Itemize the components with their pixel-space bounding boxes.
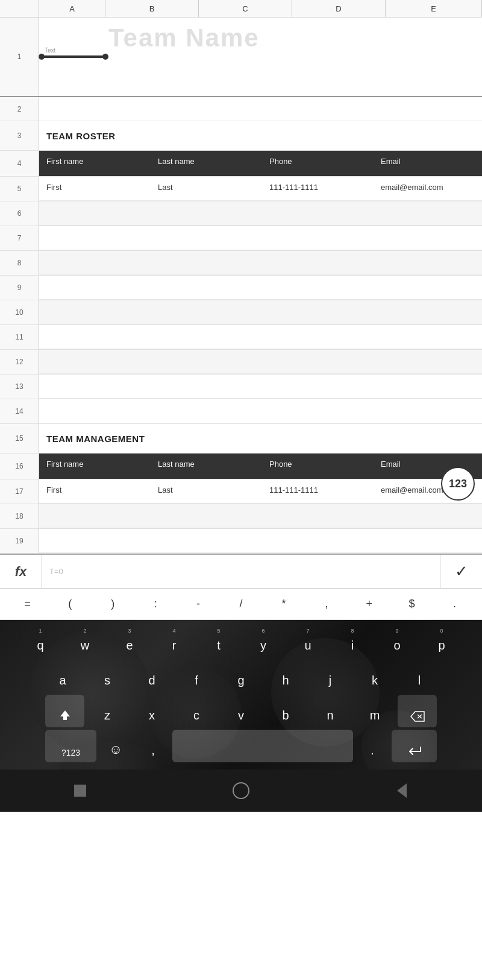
num123-key[interactable]: ?123 bbox=[45, 730, 96, 762]
nav-home-button[interactable] bbox=[230, 780, 251, 801]
formula-input[interactable]: T=0 bbox=[42, 555, 440, 588]
roster-row-2[interactable] bbox=[39, 201, 482, 226]
row-8[interactable]: 8 bbox=[0, 251, 482, 276]
row-12[interactable]: 12 bbox=[0, 350, 482, 375]
key-a[interactable]: a bbox=[41, 660, 84, 692]
confirm-button[interactable]: ✓ bbox=[440, 555, 482, 588]
enter-key[interactable] bbox=[392, 730, 437, 762]
row-5[interactable]: 5 First Last 111-111-1111 email@email.co… bbox=[0, 177, 482, 201]
row-11[interactable]: 11 bbox=[0, 325, 482, 350]
key-slash[interactable]: / bbox=[220, 598, 263, 610]
row-num-3: 3 bbox=[0, 121, 39, 150]
mgmt-r1-phone[interactable]: 111-111-1111 bbox=[262, 479, 374, 503]
key-e[interactable]: 3e bbox=[108, 625, 151, 657]
mgmt-r1-firstname[interactable]: First bbox=[39, 479, 151, 503]
row-6[interactable]: 6 bbox=[0, 201, 482, 226]
roster-r1-firstname[interactable]: First bbox=[39, 177, 151, 200]
mgmt-row-2[interactable] bbox=[39, 504, 482, 528]
key-plus[interactable]: + bbox=[348, 598, 390, 610]
key-b[interactable]: b bbox=[264, 695, 307, 727]
col-header-d[interactable]: D bbox=[292, 0, 386, 17]
roster-row-6[interactable] bbox=[39, 300, 482, 324]
key-dollar[interactable]: $ bbox=[390, 598, 433, 610]
key-y[interactable]: 6y bbox=[242, 625, 285, 657]
period-key[interactable]: . bbox=[354, 730, 390, 762]
row-13[interactable]: 13 bbox=[0, 375, 482, 399]
mgmt-r1-lastname[interactable]: Last bbox=[151, 479, 262, 503]
selected-cell-a1[interactable]: Text bbox=[40, 55, 107, 58]
key-equals[interactable]: = bbox=[6, 598, 49, 610]
roster-r1-lastname[interactable]: Last bbox=[151, 177, 262, 200]
key-s[interactable]: s bbox=[86, 660, 129, 692]
nav-back-button[interactable] bbox=[391, 780, 412, 801]
key-period-sym[interactable]: . bbox=[433, 598, 476, 610]
roster-row-5[interactable] bbox=[39, 276, 482, 300]
key-f[interactable]: f bbox=[175, 660, 218, 692]
roster-row-4[interactable] bbox=[39, 251, 482, 275]
key-z[interactable]: z bbox=[86, 695, 129, 727]
key-v[interactable]: v bbox=[219, 695, 263, 727]
key-h[interactable]: h bbox=[264, 660, 307, 692]
col-header-c[interactable]: C bbox=[199, 0, 292, 17]
comma-key[interactable]: , bbox=[135, 730, 171, 762]
key-minus[interactable]: - bbox=[177, 598, 220, 610]
kb-row-4: ?123 ☺ , . bbox=[0, 730, 482, 762]
row-9[interactable]: 9 bbox=[0, 276, 482, 300]
col-header-e[interactable]: E bbox=[386, 0, 482, 17]
key-p[interactable]: 0p bbox=[420, 625, 463, 657]
roster-row-1[interactable]: First Last 111-111-1111 email@email.com bbox=[39, 177, 482, 201]
key-u[interactable]: 7u bbox=[286, 625, 330, 657]
row-7[interactable]: 7 bbox=[0, 226, 482, 251]
key-x[interactable]: x bbox=[130, 695, 174, 727]
roster-r1-phone[interactable]: 111-111-1111 bbox=[262, 177, 374, 200]
badge-123[interactable]: 123 bbox=[441, 467, 475, 501]
backspace-key[interactable] bbox=[398, 695, 437, 727]
key-r[interactable]: 4r bbox=[152, 625, 196, 657]
mgmt-row-1[interactable]: First Last 111-111-1111 email@email.com bbox=[39, 479, 482, 504]
key-l[interactable]: l bbox=[398, 660, 441, 692]
row-10[interactable]: 10 bbox=[0, 300, 482, 325]
key-open-paren[interactable]: ( bbox=[49, 598, 92, 610]
space-key[interactable] bbox=[172, 730, 353, 762]
key-comma-sym[interactable]: , bbox=[305, 598, 348, 610]
roster-r1-email[interactable]: email@email.com bbox=[374, 177, 482, 200]
key-k[interactable]: k bbox=[353, 660, 396, 692]
key-j[interactable]: j bbox=[308, 660, 352, 692]
roster-row-8[interactable] bbox=[39, 350, 482, 374]
row-18[interactable]: 18 bbox=[0, 504, 482, 529]
row-num-5: 5 bbox=[0, 177, 39, 201]
key-i[interactable]: 8i bbox=[331, 625, 374, 657]
key-close-paren[interactable]: ) bbox=[92, 598, 134, 610]
num-hint-e: 3 bbox=[128, 628, 131, 634]
team-name-display[interactable]: Team Name bbox=[108, 24, 260, 52]
row-1[interactable]: 1 Text Team Name bbox=[0, 17, 482, 97]
shift-key[interactable] bbox=[45, 695, 84, 727]
row-19[interactable]: 19 bbox=[0, 529, 482, 554]
nav-square-button[interactable] bbox=[70, 780, 91, 801]
roster-table-header: First name Last name Phone Email bbox=[39, 151, 482, 176]
resize-handle-tl[interactable] bbox=[39, 54, 45, 60]
roster-row-7[interactable] bbox=[39, 325, 482, 349]
mgmt-row-3[interactable] bbox=[39, 529, 482, 553]
key-m[interactable]: m bbox=[353, 695, 396, 727]
row-3: 3 TEAM ROSTER bbox=[0, 121, 482, 151]
key-w[interactable]: 2w bbox=[63, 625, 107, 657]
roster-row-9[interactable] bbox=[39, 375, 482, 399]
key-colon[interactable]: : bbox=[134, 598, 177, 610]
resize-handle-br[interactable] bbox=[102, 54, 108, 60]
roster-row-3[interactable] bbox=[39, 226, 482, 250]
key-c[interactable]: c bbox=[175, 695, 218, 727]
col-header-a[interactable]: A bbox=[39, 0, 105, 17]
emoji-key[interactable]: ☺ bbox=[98, 730, 134, 762]
key-n[interactable]: n bbox=[308, 695, 352, 727]
key-asterisk[interactable]: * bbox=[262, 598, 305, 610]
column-headers: A B C D E bbox=[0, 0, 482, 17]
key-o[interactable]: 9o bbox=[375, 625, 419, 657]
row-17[interactable]: 17 First Last 111-111-1111 email@email.c… bbox=[0, 479, 482, 504]
key-g[interactable]: g bbox=[219, 660, 263, 692]
row-num-2: 2 bbox=[0, 97, 39, 121]
key-d[interactable]: d bbox=[130, 660, 174, 692]
key-q[interactable]: 1q bbox=[19, 625, 62, 657]
col-header-b[interactable]: B bbox=[105, 0, 199, 17]
key-t[interactable]: 5t bbox=[197, 625, 240, 657]
